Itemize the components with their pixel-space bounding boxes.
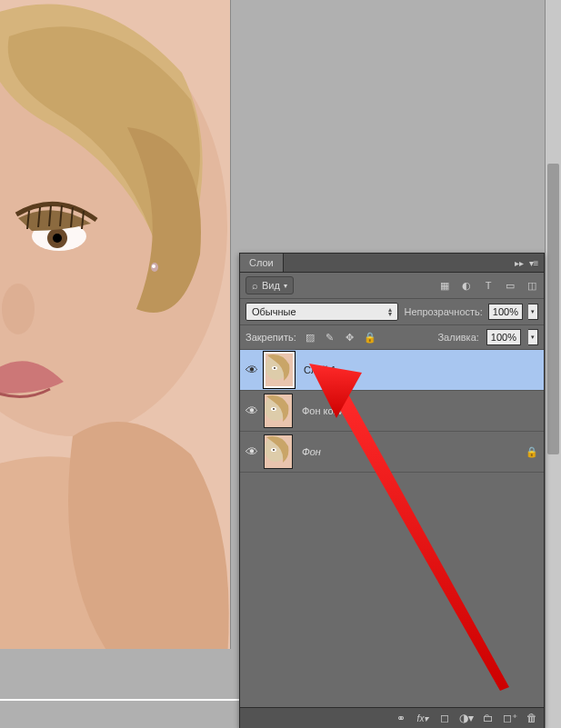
layer-row[interactable]: 👁 Фон копия (240, 391, 544, 432)
search-icon: ⌕ (252, 280, 258, 291)
visibility-toggle-icon[interactable]: 👁 (240, 444, 264, 459)
layers-list: 👁 Слой 1 👁 Фон копия 👁 Фон 🔒 (240, 350, 544, 473)
delete-layer-icon[interactable]: 🗑 (524, 712, 540, 724)
lock-all-icon[interactable]: 🔒 (364, 332, 376, 344)
filter-adjust-icon[interactable]: ◐ (460, 280, 473, 292)
layer-name[interactable]: Слой 1 (304, 364, 520, 375)
lock-indicator-icon: 🔒 (520, 446, 544, 458)
tab-layers[interactable]: Слои (240, 254, 284, 272)
svg-point-5 (2, 284, 35, 334)
layer-thumbnail[interactable] (264, 394, 293, 428)
panel-menu-icon[interactable]: ▾≡ (527, 257, 540, 268)
lock-label: Закрепить: (245, 332, 296, 343)
blend-mode-value: Обычные (252, 306, 296, 317)
svg-point-19 (273, 449, 275, 451)
layer-row[interactable]: 👁 Слой 1 (240, 350, 544, 391)
document-canvas[interactable] (0, 0, 231, 649)
chevron-down-icon: ▾ (284, 282, 287, 290)
stepper-arrows-icon: ▴▾ (388, 307, 392, 316)
panel-tab-bar: Слои ▸▸ ▾≡ (240, 254, 544, 273)
new-group-icon[interactable]: 🗀 (480, 712, 496, 724)
filter-text-icon[interactable]: T (482, 280, 495, 292)
layer-fx-icon[interactable]: fx▾ (415, 713, 431, 723)
layers-footer: ⚭ fx▾ ◻ ◑▾ 🗀 ◻⁺ 🗑 (240, 707, 544, 728)
filter-type-dropdown[interactable]: ⌕ Вид ▾ (245, 276, 294, 294)
add-mask-icon[interactable]: ◻ (436, 712, 453, 724)
blend-mode-dropdown[interactable]: Обычные ▴▾ (245, 303, 398, 321)
svg-point-7 (152, 264, 155, 268)
lock-transparency-icon[interactable]: ▨ (304, 332, 316, 344)
layer-name[interactable]: Фон копия (302, 405, 520, 416)
svg-point-15 (273, 408, 275, 410)
lock-position-icon[interactable]: ✥ (344, 332, 356, 344)
new-layer-icon[interactable]: ◻⁺ (502, 712, 518, 724)
fill-dropdown-icon[interactable]: ▾ (528, 329, 538, 345)
filter-shape-icon[interactable]: ▭ (504, 280, 516, 292)
opacity-label: Непрозрачность: (404, 306, 482, 317)
vertical-scrollbar[interactable] (545, 0, 561, 728)
blend-opacity-row: Обычные ▴▾ Непрозрачность: 100% ▾ (240, 299, 544, 325)
fill-label: Заливка: (437, 332, 478, 343)
visibility-toggle-icon[interactable]: 👁 (240, 404, 264, 418)
filter-smart-icon[interactable]: ◫ (526, 280, 538, 292)
visibility-toggle-icon[interactable]: 👁 (240, 363, 264, 377)
layers-empty-area[interactable] (240, 473, 544, 707)
link-layers-icon[interactable]: ⚭ (393, 712, 409, 724)
lock-fill-row: Закрепить: ▨ ✎ ✥ 🔒 Заливка: 100% ▾ (240, 325, 544, 350)
svg-point-4 (53, 234, 62, 243)
filter-label: Вид (262, 280, 280, 291)
opacity-value[interactable]: 100% (488, 304, 523, 320)
opacity-dropdown-icon[interactable]: ▾ (528, 304, 538, 320)
fill-value[interactable]: 100% (486, 329, 521, 345)
layer-name[interactable]: Фон (302, 446, 520, 457)
layers-panel: Слои ▸▸ ▾≡ ⌕ Вид ▾ ▦ ◐ T ▭ ◫ Обычные ▴▾ … (239, 253, 545, 728)
filter-pixel-icon[interactable]: ▦ (438, 280, 451, 292)
layer-filter-row: ⌕ Вид ▾ ▦ ◐ T ▭ ◫ (240, 273, 544, 299)
layer-thumbnail[interactable] (264, 434, 293, 469)
layer-thumbnail[interactable] (264, 352, 295, 388)
lock-pixels-icon[interactable]: ✎ (324, 332, 336, 344)
layer-row[interactable]: 👁 Фон 🔒 (240, 432, 544, 473)
collapse-panel-icon[interactable]: ▸▸ (513, 257, 526, 268)
adjustment-layer-icon[interactable]: ◑▾ (458, 712, 475, 724)
svg-point-11 (274, 367, 275, 369)
